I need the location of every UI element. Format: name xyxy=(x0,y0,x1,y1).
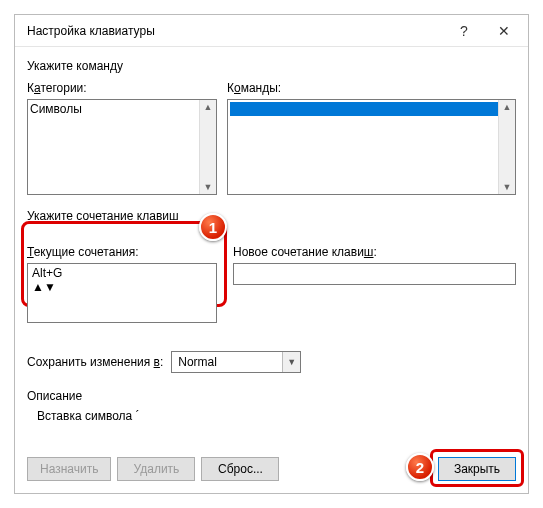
new-key-column: Новое сочетание клавиш: xyxy=(233,241,516,285)
close-button-wrap: 2 Закрыть xyxy=(438,457,516,481)
assign-button[interactable]: Назначить xyxy=(27,457,111,481)
dialog-title: Настройка клавиатуры xyxy=(27,24,444,38)
save-changes-row: Сохранить изменения в: Normal ▼ xyxy=(27,351,516,373)
current-keys-wrap: 1 Текущие сочетания: Alt+G ▲▼ xyxy=(27,241,223,323)
scroll-up-icon[interactable]: ▲ xyxy=(32,280,44,294)
current-keys-listbox[interactable]: Alt+G ▲▼ xyxy=(27,263,217,323)
scrollbar[interactable]: ▲▼ xyxy=(199,100,216,194)
close-button[interactable]: Закрыть xyxy=(438,457,516,481)
scroll-up-icon[interactable]: ▲ xyxy=(204,100,213,114)
commands-listbox[interactable]: ▲▼ xyxy=(227,99,516,195)
help-button[interactable]: ? xyxy=(444,17,484,45)
current-key-item[interactable]: Alt+G xyxy=(32,266,212,280)
save-changes-value: Normal xyxy=(172,355,282,369)
categories-label: Категории: xyxy=(27,81,217,95)
delete-button[interactable]: Удалить xyxy=(117,457,195,481)
scroll-down-icon[interactable]: ▼ xyxy=(503,180,512,194)
scroll-down-icon[interactable]: ▼ xyxy=(204,180,213,194)
scroll-down-icon[interactable]: ▼ xyxy=(44,280,56,294)
annotation-badge-1: 1 xyxy=(199,213,227,241)
description-text: Вставка символа ´ xyxy=(27,403,516,423)
keyboard-customize-dialog: Настройка клавиатуры ? ✕ Укажите команду… xyxy=(14,14,529,494)
close-window-button[interactable]: ✕ xyxy=(484,17,524,45)
annotation-badge-2: 2 xyxy=(406,453,434,481)
new-key-label: Новое сочетание клавиш: xyxy=(233,245,516,259)
button-row: Назначить Удалить Сброс... 2 Закрыть xyxy=(27,439,516,481)
section-specify-keys: Укажите сочетание клавиш xyxy=(27,209,516,223)
scrollbar[interactable]: ▲▼ xyxy=(498,100,515,194)
scroll-up-icon[interactable]: ▲ xyxy=(503,100,512,114)
scrollbar[interactable]: ▲▼ xyxy=(32,280,212,294)
save-changes-combobox[interactable]: Normal ▼ xyxy=(171,351,301,373)
description-heading: Описание xyxy=(27,389,516,403)
categories-listbox[interactable]: Символы ▲▼ xyxy=(27,99,217,195)
section-specify-command: Укажите команду xyxy=(27,59,516,73)
titlebar: Настройка клавиатуры ? ✕ xyxy=(15,15,528,47)
commands-label: Команды: xyxy=(227,81,516,95)
categories-column: Категории: Символы ▲▼ xyxy=(27,77,217,195)
categories-item[interactable]: Символы xyxy=(30,102,214,116)
description-block: Описание Вставка символа ´ xyxy=(27,389,516,423)
keys-row: 1 Текущие сочетания: Alt+G ▲▼ Новое соче… xyxy=(27,241,516,323)
dialog-content: Укажите команду Категории: Символы ▲▼ Ко… xyxy=(15,47,528,493)
command-row: Категории: Символы ▲▼ Команды: ▲▼ xyxy=(27,77,516,195)
commands-column: Команды: ▲▼ xyxy=(227,77,516,195)
chevron-down-icon[interactable]: ▼ xyxy=(282,352,300,372)
commands-selected-item[interactable] xyxy=(230,102,513,116)
new-key-input[interactable] xyxy=(233,263,516,285)
save-changes-label: Сохранить изменения в: xyxy=(27,355,163,369)
reset-button[interactable]: Сброс... xyxy=(201,457,279,481)
current-keys-label: Текущие сочетания: xyxy=(27,245,223,259)
